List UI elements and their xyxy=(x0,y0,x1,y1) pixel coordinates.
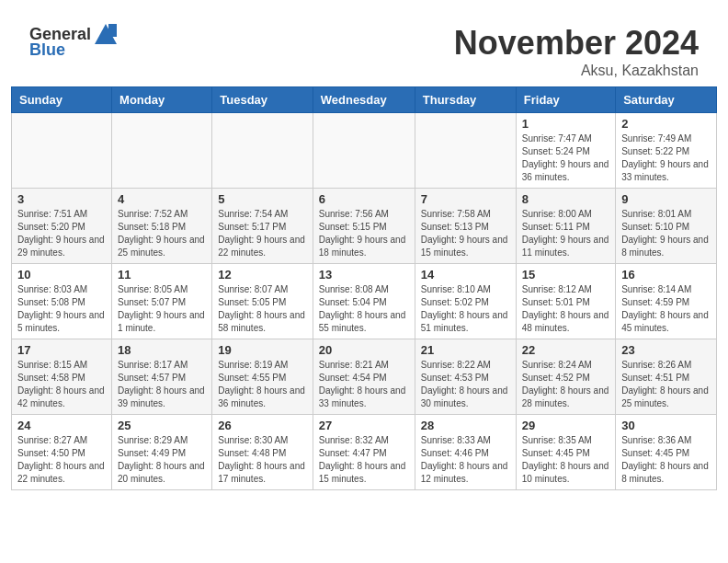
table-row xyxy=(112,113,212,189)
day-info: Sunrise: 8:05 AM Sunset: 5:07 PM Dayligh… xyxy=(118,283,206,335)
day-number: 16 xyxy=(621,268,711,282)
col-monday: Monday xyxy=(112,87,212,113)
day-number: 28 xyxy=(421,419,510,432)
table-row: 18Sunrise: 8:17 AM Sunset: 4:57 PM Dayli… xyxy=(112,339,212,415)
day-info: Sunrise: 8:01 AM Sunset: 5:10 PM Dayligh… xyxy=(621,208,711,259)
table-row: 17Sunrise: 8:15 AM Sunset: 4:58 PM Dayli… xyxy=(12,339,112,415)
table-row: 10Sunrise: 8:03 AM Sunset: 5:08 PM Dayli… xyxy=(12,264,112,339)
day-info: Sunrise: 7:56 AM Sunset: 5:15 PM Dayligh… xyxy=(319,208,409,259)
col-sunday: Sunday xyxy=(12,87,112,113)
day-info: Sunrise: 8:10 AM Sunset: 5:02 PM Dayligh… xyxy=(421,283,510,335)
day-info: Sunrise: 8:22 AM Sunset: 4:53 PM Dayligh… xyxy=(421,359,510,410)
table-row: 28Sunrise: 8:33 AM Sunset: 4:46 PM Dayli… xyxy=(415,415,516,490)
col-wednesday: Wednesday xyxy=(313,87,415,113)
day-number: 26 xyxy=(218,419,306,432)
day-number: 5 xyxy=(218,192,306,206)
table-row: 1Sunrise: 7:47 AM Sunset: 5:24 PM Daylig… xyxy=(516,113,615,189)
table-row: 5Sunrise: 7:54 AM Sunset: 5:17 PM Daylig… xyxy=(212,189,313,264)
table-row: 6Sunrise: 7:56 AM Sunset: 5:15 PM Daylig… xyxy=(313,189,415,264)
table-row: 19Sunrise: 8:19 AM Sunset: 4:55 PM Dayli… xyxy=(212,339,313,415)
table-row: 25Sunrise: 8:29 AM Sunset: 4:49 PM Dayli… xyxy=(112,415,212,490)
svg-rect-1 xyxy=(108,24,117,37)
day-number: 11 xyxy=(118,268,206,282)
day-number: 17 xyxy=(17,343,106,357)
logo-icon xyxy=(93,24,117,44)
logo: General Blue xyxy=(29,24,119,60)
table-row: 27Sunrise: 8:32 AM Sunset: 4:47 PM Dayli… xyxy=(313,415,415,490)
location: Aksu, Kazakhstan xyxy=(454,63,699,79)
day-number: 2 xyxy=(621,117,711,131)
table-row: 29Sunrise: 8:35 AM Sunset: 4:45 PM Dayli… xyxy=(516,415,615,490)
day-number: 19 xyxy=(218,343,306,357)
table-row: 15Sunrise: 8:12 AM Sunset: 5:01 PM Dayli… xyxy=(516,264,615,339)
day-info: Sunrise: 7:52 AM Sunset: 5:18 PM Dayligh… xyxy=(118,208,206,259)
day-number: 21 xyxy=(421,343,510,357)
day-info: Sunrise: 8:12 AM Sunset: 5:01 PM Dayligh… xyxy=(522,283,609,335)
day-number: 22 xyxy=(522,343,609,357)
day-number: 25 xyxy=(118,419,206,432)
day-info: Sunrise: 8:33 AM Sunset: 4:46 PM Dayligh… xyxy=(421,434,510,486)
day-number: 1 xyxy=(522,117,609,131)
day-info: Sunrise: 8:00 AM Sunset: 5:11 PM Dayligh… xyxy=(522,208,609,259)
col-thursday: Thursday xyxy=(415,87,516,113)
table-row: 16Sunrise: 8:14 AM Sunset: 4:59 PM Dayli… xyxy=(616,264,717,339)
day-info: Sunrise: 8:26 AM Sunset: 4:51 PM Dayligh… xyxy=(621,359,711,410)
day-number: 15 xyxy=(522,268,609,282)
day-info: Sunrise: 8:32 AM Sunset: 4:47 PM Dayligh… xyxy=(319,434,409,486)
day-number: 3 xyxy=(17,192,106,206)
logo-blue: Blue xyxy=(29,40,65,60)
table-row xyxy=(313,113,415,189)
table-row: 9Sunrise: 8:01 AM Sunset: 5:10 PM Daylig… xyxy=(616,189,717,264)
day-info: Sunrise: 8:30 AM Sunset: 4:48 PM Dayligh… xyxy=(218,434,306,486)
table-row xyxy=(415,113,516,189)
day-number: 27 xyxy=(319,419,409,432)
day-number: 30 xyxy=(621,419,711,432)
col-friday: Friday xyxy=(516,87,615,113)
month-year: November 2024 xyxy=(454,24,699,63)
table-row: 24Sunrise: 8:27 AM Sunset: 4:50 PM Dayli… xyxy=(12,415,112,490)
day-info: Sunrise: 8:29 AM Sunset: 4:49 PM Dayligh… xyxy=(118,434,206,486)
table-row: 8Sunrise: 8:00 AM Sunset: 5:11 PM Daylig… xyxy=(516,189,615,264)
table-row: 2Sunrise: 7:49 AM Sunset: 5:22 PM Daylig… xyxy=(616,113,717,189)
day-info: Sunrise: 8:15 AM Sunset: 4:58 PM Dayligh… xyxy=(17,359,106,410)
table-row: 11Sunrise: 8:05 AM Sunset: 5:07 PM Dayli… xyxy=(112,264,212,339)
table-row: 23Sunrise: 8:26 AM Sunset: 4:51 PM Dayli… xyxy=(616,339,717,415)
day-info: Sunrise: 7:58 AM Sunset: 5:13 PM Dayligh… xyxy=(421,208,510,259)
day-info: Sunrise: 7:49 AM Sunset: 5:22 PM Dayligh… xyxy=(621,132,711,184)
day-number: 14 xyxy=(421,268,510,282)
day-info: Sunrise: 8:03 AM Sunset: 5:08 PM Dayligh… xyxy=(17,283,106,335)
day-number: 29 xyxy=(522,419,609,432)
day-number: 12 xyxy=(218,268,306,282)
day-number: 13 xyxy=(319,268,409,282)
title-block: November 2024 Aksu, Kazakhstan xyxy=(454,24,699,79)
day-number: 8 xyxy=(522,192,609,206)
table-row: 26Sunrise: 8:30 AM Sunset: 4:48 PM Dayli… xyxy=(212,415,313,490)
day-info: Sunrise: 8:08 AM Sunset: 5:04 PM Dayligh… xyxy=(319,283,409,335)
col-tuesday: Tuesday xyxy=(212,87,313,113)
day-info: Sunrise: 7:47 AM Sunset: 5:24 PM Dayligh… xyxy=(522,132,609,184)
day-number: 7 xyxy=(421,192,510,206)
calendar: Sunday Monday Tuesday Wednesday Thursday… xyxy=(11,86,717,490)
table-row: 20Sunrise: 8:21 AM Sunset: 4:54 PM Dayli… xyxy=(313,339,415,415)
day-number: 6 xyxy=(319,192,409,206)
day-number: 4 xyxy=(118,192,206,206)
day-number: 10 xyxy=(17,268,106,282)
day-number: 18 xyxy=(118,343,206,357)
day-number: 23 xyxy=(621,343,711,357)
day-number: 24 xyxy=(17,419,106,432)
table-row: 30Sunrise: 8:36 AM Sunset: 4:45 PM Dayli… xyxy=(616,415,717,490)
table-row: 21Sunrise: 8:22 AM Sunset: 4:53 PM Dayli… xyxy=(415,339,516,415)
day-info: Sunrise: 8:35 AM Sunset: 4:45 PM Dayligh… xyxy=(522,434,609,486)
day-number: 9 xyxy=(621,192,711,206)
table-row: 12Sunrise: 8:07 AM Sunset: 5:05 PM Dayli… xyxy=(212,264,313,339)
day-number: 20 xyxy=(319,343,409,357)
day-info: Sunrise: 8:17 AM Sunset: 4:57 PM Dayligh… xyxy=(118,359,206,410)
day-info: Sunrise: 7:51 AM Sunset: 5:20 PM Dayligh… xyxy=(17,208,106,259)
table-row: 22Sunrise: 8:24 AM Sunset: 4:52 PM Dayli… xyxy=(516,339,615,415)
day-info: Sunrise: 7:54 AM Sunset: 5:17 PM Dayligh… xyxy=(218,208,306,259)
table-row: 13Sunrise: 8:08 AM Sunset: 5:04 PM Dayli… xyxy=(313,264,415,339)
table-row: 7Sunrise: 7:58 AM Sunset: 5:13 PM Daylig… xyxy=(415,189,516,264)
table-row: 14Sunrise: 8:10 AM Sunset: 5:02 PM Dayli… xyxy=(415,264,516,339)
day-info: Sunrise: 8:24 AM Sunset: 4:52 PM Dayligh… xyxy=(522,359,609,410)
table-row: 4Sunrise: 7:52 AM Sunset: 5:18 PM Daylig… xyxy=(112,189,212,264)
